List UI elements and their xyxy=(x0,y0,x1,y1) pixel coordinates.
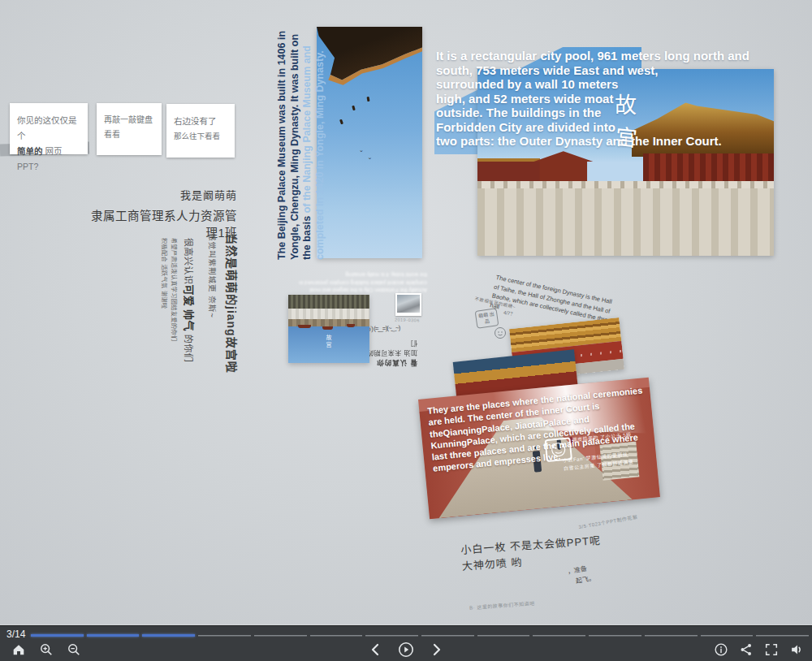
ridge-beast-art xyxy=(339,119,343,125)
smiley-stamp-icon xyxy=(494,326,507,339)
roof-corner-photo[interactable]: ⌄ ⌄ xyxy=(317,27,422,258)
boat-art xyxy=(322,326,333,330)
mini-note-line2: 起飞。 xyxy=(575,573,596,587)
hint-card-1-line2: 简单的 网页PPT? xyxy=(17,144,81,175)
toolbar-center-group xyxy=(366,641,446,659)
presentation-canvas[interactable]: 你见的这仅仅是个 简单的 网页PPT? 再敲一敲键盘看看 右边没有了 那么往下看… xyxy=(0,0,812,625)
next-slide-button[interactable] xyxy=(428,641,446,659)
progress-segment-6[interactable] xyxy=(310,635,363,637)
hint-card-1[interactable]: 你见的这仅仅是个 简单的 网页PPT? xyxy=(10,103,88,154)
share-button[interactable] xyxy=(737,641,755,659)
hint-card-2-line1: 再敲一敲键盘看看 xyxy=(104,113,155,142)
progress-segment-14[interactable] xyxy=(756,635,809,637)
boat-art xyxy=(298,325,311,328)
progress-segment-5[interactable] xyxy=(254,635,307,637)
blurred-flipped-caption: Actually the Forbidden City is the large… xyxy=(299,271,427,294)
polaroid-image-art xyxy=(397,295,420,313)
photo-watermark: 故宫 xyxy=(324,335,332,349)
viewer-toolbar: 3/14 xyxy=(0,625,812,661)
info-button[interactable] xyxy=(712,641,730,659)
palace-balustrade-art xyxy=(477,188,774,256)
reflection-trees-art xyxy=(288,295,369,309)
autoplay-button[interactable] xyxy=(397,641,415,659)
progress-segment-9[interactable] xyxy=(477,635,530,637)
progress-segment-2[interactable] xyxy=(87,634,140,637)
stamp-mark: 4/7？ xyxy=(503,309,516,318)
hanzi-gu: 故 xyxy=(615,88,637,119)
progress-segment-7[interactable] xyxy=(365,635,418,637)
reflection-marble-art xyxy=(288,309,369,319)
progress-segment-13[interactable] xyxy=(701,635,754,637)
progress-segment-8[interactable] xyxy=(421,635,474,637)
ridge-beast-art xyxy=(352,106,355,111)
progress-segment-11[interactable] xyxy=(589,635,641,637)
boat-art xyxy=(347,324,355,327)
progress-track[interactable] xyxy=(31,634,809,637)
city-description-text: It is a rectangular city pool, 961 meter… xyxy=(436,49,769,149)
page-indicator: 3/14 xyxy=(6,629,25,640)
seal-text: 萌萌 出品 xyxy=(478,312,495,324)
progress-segment-12[interactable] xyxy=(645,635,698,637)
hint-card-2[interactable]: 再敲一敲键盘看看 xyxy=(97,103,162,155)
volume-button[interactable] xyxy=(788,641,806,659)
vertical-text-greet: 很高兴认识可爱 帅气 的你们 希望严肃活泼认真学习团结友爱的你们 积极配合 活跃… xyxy=(161,238,197,362)
hint-card-3-line2: 那么往下看看 xyxy=(174,129,228,143)
moat-reflection-photo[interactable]: 故宫 xyxy=(288,295,369,363)
vertical-text-main: 当然是萌萌的jiang故宫啦 感觉叫紫荆城更 奈斯~ xyxy=(207,233,240,374)
toolbar-right-group xyxy=(712,641,806,659)
seal-stamp: 萌萌 出品 xyxy=(475,308,499,329)
museum-history-text: The Beijing Palace Museum was built in 1… xyxy=(276,23,327,260)
bird-art: ⌄ xyxy=(359,147,364,153)
hint-card-3-line1: 右边没有了 xyxy=(174,114,228,129)
intro-name: 我是阚萌萌 xyxy=(85,187,237,202)
greet-line: 很高兴认识可爱 帅气 的你们 xyxy=(182,238,197,362)
vertical-sub-line: 感觉叫紫荆城更 奈斯~ xyxy=(207,233,218,374)
vertical-main-line: 当然是萌萌的jiang故宫啦 xyxy=(224,233,240,374)
progress-segment-1[interactable] xyxy=(31,634,84,637)
card-side-note: 3/5-T023个PPT制作花絮 xyxy=(578,513,638,531)
fullscreen-button[interactable] xyxy=(762,641,780,659)
progress-segment-4[interactable] xyxy=(198,635,251,637)
hanzi-gong: 宫 xyxy=(614,119,639,153)
greet-small-2: 积极配合 活跃气氛 谢谢啦 xyxy=(161,238,169,362)
hint-card-1-line1: 你见的这仅仅是个 xyxy=(17,113,81,144)
prezi-viewer-window: 你见的这仅仅是个 简单的 网页PPT? 再敲一敲键盘看看 右边没有了 那么往下看… xyxy=(0,0,812,661)
bird-art: ⌄ xyxy=(367,154,372,161)
roof-eave-art xyxy=(317,27,422,157)
progress-segment-3[interactable] xyxy=(142,634,195,637)
home-button[interactable] xyxy=(10,641,28,659)
footnote: B· 这里的故事你们不知道吧 xyxy=(469,599,535,611)
previous-slide-button[interactable] xyxy=(366,641,384,659)
zoom-out-button[interactable] xyxy=(65,641,83,659)
greet-small-1: 希望严肃活泼认真学习团结友爱的你们 xyxy=(171,238,179,362)
ridge-beast-art xyxy=(367,96,370,101)
progress-segment-10[interactable] xyxy=(533,635,585,637)
polaroid-photo[interactable] xyxy=(395,293,421,316)
hint-card-3[interactable]: 右边没有了 那么往下看看 xyxy=(166,104,235,158)
mini-note: ，准备 起飞。 xyxy=(567,563,596,588)
hint-card-1-bold: 简单的 xyxy=(17,146,43,156)
inner-court-card[interactable]: They are the places where the national c… xyxy=(418,378,660,520)
polaroid-caption: 2019-0306 xyxy=(395,317,420,322)
toolbar-left-group xyxy=(10,641,83,659)
zoom-in-button[interactable] xyxy=(37,641,55,659)
